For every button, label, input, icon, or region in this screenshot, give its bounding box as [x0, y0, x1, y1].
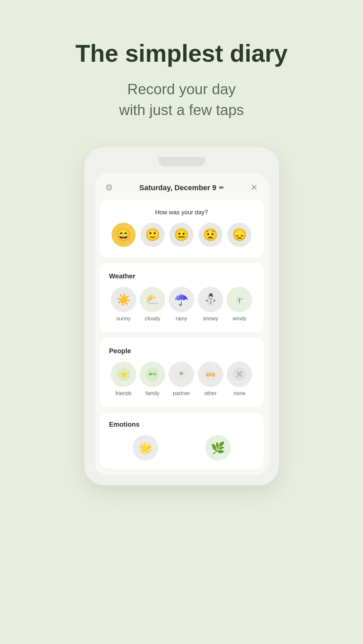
sunny-label: sunny [116, 316, 131, 322]
people-card: People ⭐ friends [100, 338, 264, 407]
snowy-icon: ⛄ [198, 287, 223, 312]
cloudy-label: cloudy [145, 316, 160, 322]
hero-title: The simplest diary [55, 40, 308, 67]
family-icon [140, 362, 165, 387]
people-friends[interactable]: ⭐ friends [111, 362, 136, 396]
svg-point-7 [150, 372, 151, 374]
none-icon [227, 362, 252, 387]
weather-snowy[interactable]: ⛄ snowy [198, 287, 223, 322]
people-none[interactable]: none [227, 362, 252, 396]
emotions-title: Emotions [109, 421, 254, 428]
partner-label: partner [173, 390, 190, 396]
weather-title: Weather [109, 272, 254, 280]
mood-good[interactable]: 🙂 [140, 223, 165, 247]
other-icon [198, 362, 223, 387]
header-bar: ⚙ Saturday, December 9 ✏ ✕ [94, 173, 269, 200]
mood-great[interactable]: 😄 [111, 223, 136, 247]
weather-rainy[interactable]: ☂️ rainy [169, 287, 194, 322]
weather-row: ☀️ sunny ⛅ cloudy ☂️ rainy ⛄ snowy [109, 287, 254, 322]
family-label: family [145, 390, 160, 396]
partner-icon [169, 362, 194, 387]
phone-mockup: ⚙ Saturday, December 9 ✏ ✕ How was your … [84, 147, 279, 485]
people-family[interactable]: family [140, 362, 165, 396]
settings-icon[interactable]: ⚙ [105, 182, 113, 193]
emotion-item-2[interactable]: 🌿 [205, 435, 231, 461]
svg-text:⭐: ⭐ [119, 370, 128, 378]
svg-point-18 [212, 374, 214, 375]
close-icon[interactable]: ✕ [251, 182, 258, 193]
rainy-icon: ☂️ [169, 287, 194, 312]
edit-icon[interactable]: ✏ [219, 184, 224, 192]
mood-terrible[interactable]: 😞 [227, 223, 252, 247]
svg-point-9 [154, 372, 155, 374]
weather-card: Weather ☀️ sunny ⛅ cloudy ☂️ rainy ⛄ sno… [100, 263, 264, 332]
none-label: none [233, 390, 245, 396]
mood-question: How was your day? [109, 209, 254, 216]
people-row: ⭐ friends fa [109, 362, 254, 396]
other-label: other [205, 390, 217, 396]
mood-bad[interactable]: 😟 [198, 223, 223, 247]
weather-windy[interactable]: windy [227, 287, 252, 322]
mood-neutral[interactable]: 😐 [169, 223, 193, 247]
svg-point-17 [207, 374, 209, 375]
mood-row: 😄 🙂 😐 😟 😞 [109, 223, 254, 247]
phone-screen: ⚙ Saturday, December 9 ✏ ✕ How was your … [94, 173, 269, 475]
people-other[interactable]: other [198, 362, 223, 396]
people-title: People [109, 347, 254, 355]
svg-point-2 [239, 299, 240, 300]
snowy-label: snowy [203, 316, 218, 322]
phone-notch [158, 157, 205, 166]
emotion-icon-1: 🌟 [133, 435, 158, 461]
cloudy-icon: ⛅ [140, 287, 165, 312]
friends-icon: ⭐ [111, 362, 136, 387]
sunny-icon: ☀️ [111, 287, 136, 312]
emotion-icon-2: 🌿 [205, 435, 231, 461]
windy-icon [227, 287, 252, 312]
emotion-item-1[interactable]: 🌟 [133, 435, 158, 461]
weather-sunny[interactable]: ☀️ sunny [111, 287, 136, 322]
svg-point-12 [180, 371, 182, 373]
svg-rect-1 [239, 300, 240, 303]
header-date: Saturday, December 9 ✏ [139, 183, 224, 192]
hero-subtitle: Record your day with just a few taps [119, 79, 244, 120]
weather-cloudy[interactable]: ⛅ cloudy [140, 287, 165, 322]
people-partner[interactable]: partner [169, 362, 194, 396]
friends-label: friends [116, 390, 132, 396]
rainy-label: rainy [176, 316, 187, 322]
emotions-card: Emotions 🌟 🌿 [100, 413, 264, 469]
windy-label: windy [233, 316, 246, 322]
mood-card: How was your day? 😄 🙂 😐 😟 😞 [100, 200, 264, 258]
emotions-row: 🌟 🌿 [109, 435, 254, 461]
